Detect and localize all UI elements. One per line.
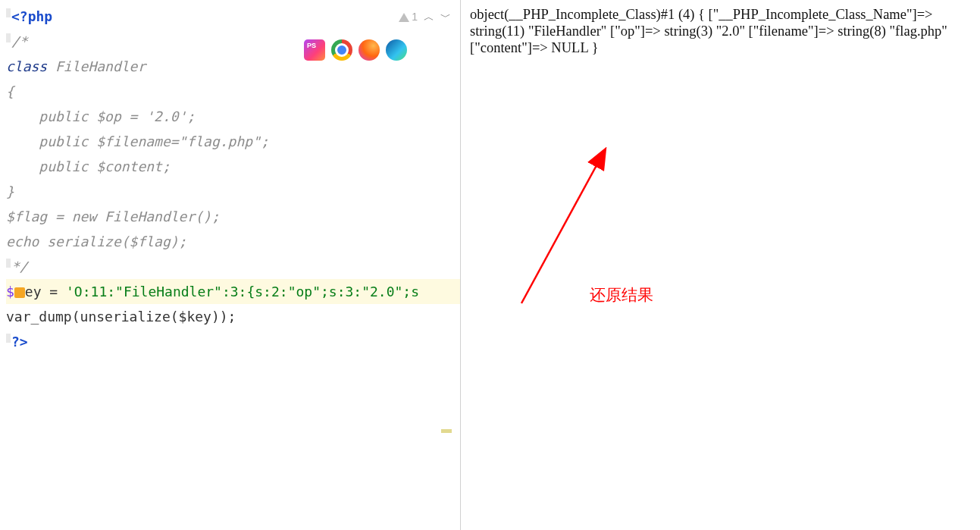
output-pane: object(__PHP_Incomplete_Class)#1 (4) { [… xyxy=(461,0,980,530)
editor-status-bar: 1 ︿ ﹀ xyxy=(399,5,451,30)
annotation-label: 还原结果 xyxy=(590,287,653,303)
php-open-tag: <?php xyxy=(11,8,52,24)
firefox-icon[interactable] xyxy=(358,39,380,61)
nav-down-icon[interactable]: ﹀ xyxy=(440,5,451,30)
scroll-marker xyxy=(441,429,452,433)
key-assignment-line: $ey = 'O:11:"FileHandler":3:{s:2:"op";s:… xyxy=(6,279,460,304)
warning-icon xyxy=(399,13,409,22)
echo-serialize: echo serialize($flag); xyxy=(6,229,460,254)
prop-content: public $content; xyxy=(6,154,460,179)
prop-filename: public $filename="flag.php"; xyxy=(6,129,460,154)
edge-icon[interactable] xyxy=(386,39,407,61)
nav-up-icon[interactable]: ︿ xyxy=(424,5,434,30)
comment-close: */ xyxy=(11,259,28,274)
php-output-text: object(__PHP_Incomplete_Class)#1 (4) { [… xyxy=(470,6,971,56)
vardump-line: var_dump(unserialize($key)); xyxy=(6,304,460,329)
flag-assign: $flag = new FileHandler(); xyxy=(6,204,460,229)
brace-open: { xyxy=(6,79,460,104)
class-name: FileHandler xyxy=(55,58,146,74)
warning-indicator[interactable]: 1 xyxy=(399,5,418,30)
php-close-tag: ?> xyxy=(11,334,28,350)
prop-op: public $op = '2.0'; xyxy=(6,104,460,129)
chrome-icon[interactable] xyxy=(331,39,352,61)
browser-preview-bar xyxy=(304,39,407,61)
comment-open: /* xyxy=(11,33,28,49)
keyword-class: class xyxy=(6,58,55,74)
warning-count: 1 xyxy=(412,5,418,30)
brace-close: } xyxy=(6,179,460,204)
phpstorm-icon[interactable] xyxy=(304,39,325,61)
cursor-icon xyxy=(14,287,25,298)
code-editor-pane[interactable]: 1 ︿ ﹀ <?php /* class FileHandler { publi… xyxy=(0,0,461,530)
svg-line-1 xyxy=(521,150,605,303)
